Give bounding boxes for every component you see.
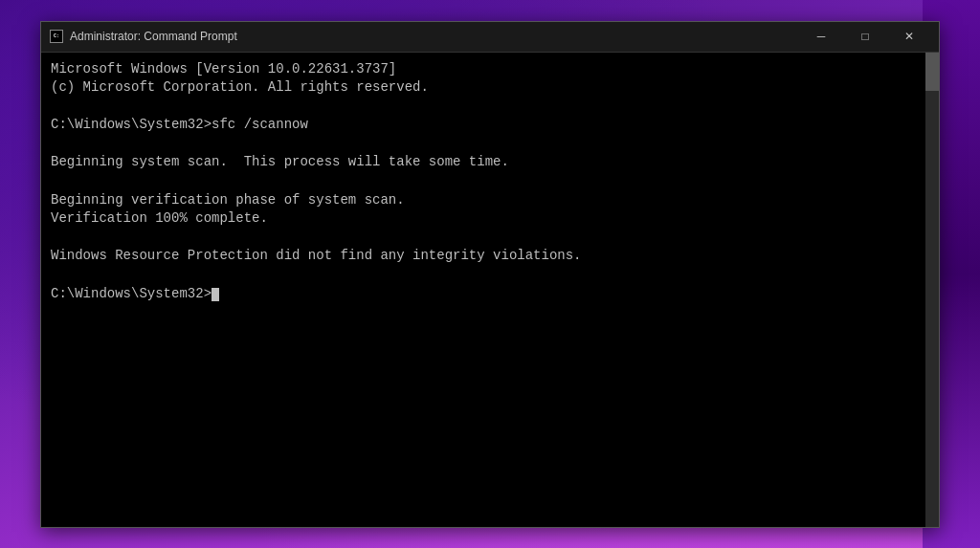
cmd-window: Administrator: Command Prompt ─ □ ✕ Micr… <box>40 21 940 528</box>
scrollbar-thumb[interactable] <box>925 53 939 91</box>
console-line-8: Beginning verification phase of system s… <box>51 191 929 210</box>
console-line-5 <box>51 135 929 154</box>
console-output[interactable]: Microsoft Windows [Version 10.0.22631.37… <box>41 53 939 527</box>
console-line-1: Microsoft Windows [Version 10.0.22631.37… <box>51 60 929 79</box>
console-line-6: Beginning system scan. This process will… <box>51 153 929 172</box>
console-line-9: Verification 100% complete. <box>51 209 929 229</box>
console-line-2: (c) Microsoft Corporation. All rights re… <box>51 78 929 98</box>
window-icon <box>49 29 64 44</box>
window-controls: ─ □ ✕ <box>799 21 931 52</box>
minimize-button[interactable]: ─ <box>799 21 843 52</box>
window-title: Administrator: Command Prompt <box>70 30 799 43</box>
scrollbar[interactable] <box>925 53 939 527</box>
console-line-3 <box>51 98 929 117</box>
title-bar: Administrator: Command Prompt ─ □ ✕ <box>41 22 939 53</box>
console-line-13: C:\Windows\System32> <box>51 285 929 304</box>
maximize-button[interactable]: □ <box>843 21 887 52</box>
console-line-11: Windows Resource Protection did not find… <box>51 247 929 266</box>
cursor-blink <box>212 288 219 301</box>
cmd-app-icon <box>50 30 63 43</box>
close-button[interactable]: ✕ <box>887 21 931 52</box>
console-line-4: C:\Windows\System32>sfc /scannow <box>51 116 929 135</box>
console-line-10 <box>51 229 929 248</box>
console-line-12 <box>51 266 929 285</box>
console-line-7 <box>51 172 929 191</box>
